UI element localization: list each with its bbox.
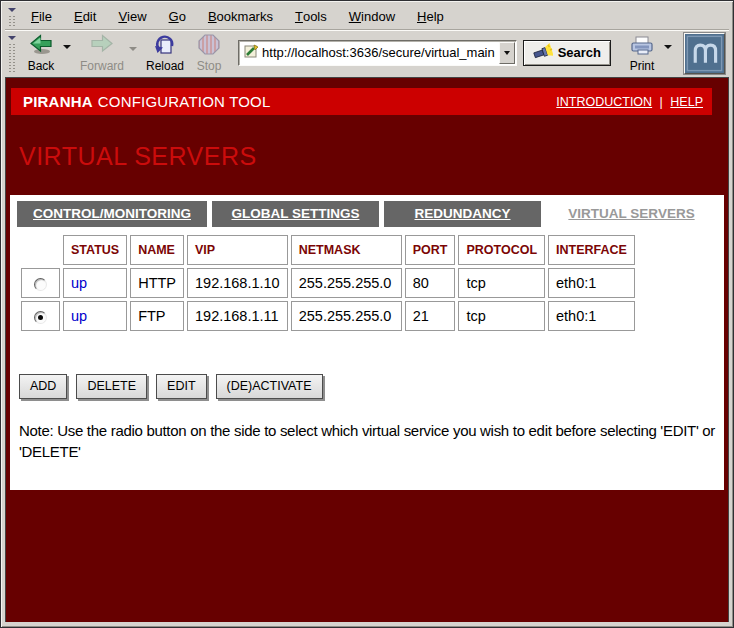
reload-button[interactable]: Reload — [142, 32, 188, 76]
search-flashlight-icon — [533, 43, 553, 62]
back-dropdown-icon[interactable] — [63, 45, 71, 49]
navigation-toolbar: Back Forward Reload — [5, 30, 729, 77]
deactivate-button[interactable]: (DE)ACTIVATE — [216, 374, 323, 399]
url-history-dropdown[interactable] — [499, 42, 515, 64]
cell-port: 21 — [405, 301, 456, 331]
menu-help[interactable]: Help — [406, 4, 455, 29]
forward-button[interactable]: Forward — [76, 32, 128, 76]
tab-control-monitoring[interactable]: CONTROL/MONITORING — [17, 201, 207, 227]
back-label: Back — [28, 59, 55, 73]
col-interface: INTERFACE — [548, 235, 635, 265]
nav-separator: | — [660, 95, 663, 109]
menu-bookmarks[interactable]: Bookmarks — [197, 4, 284, 29]
stop-label: Stop — [197, 59, 222, 73]
url-input[interactable] — [260, 45, 499, 60]
tab-global-settings[interactable]: GLOBAL SETTINGS — [212, 201, 379, 227]
col-protocol: PROTOCOL — [458, 235, 545, 265]
tab-bar: CONTROL/MONITORING GLOBAL SETTINGS REDUN… — [17, 201, 717, 227]
status-link[interactable]: up — [63, 268, 127, 298]
menu-window[interactable]: Window — [338, 4, 406, 29]
search-label: Search — [558, 45, 601, 60]
cell-protocol: tcp — [458, 301, 545, 331]
masthead-nav: INTRODUCTION | HELP — [556, 95, 703, 109]
introduction-link[interactable]: INTRODUCTION — [556, 95, 652, 109]
col-netmask: NETMASK — [291, 235, 402, 265]
toolbar-grippy[interactable] — [7, 33, 17, 74]
print-dropdown-icon[interactable] — [664, 45, 672, 49]
forward-dropdown-icon[interactable] — [129, 47, 137, 51]
table-row: up HTTP 192.168.1.10 255.255.255.0 80 tc… — [21, 268, 635, 298]
menu-bar: File Edit View Go Bookmarks Tools Window… — [5, 4, 729, 30]
print-label: Print — [630, 59, 655, 73]
cell-netmask: 255.255.255.0 — [291, 301, 402, 331]
edit-button[interactable]: EDIT — [156, 374, 206, 399]
location-icon — [243, 43, 260, 63]
table-corner-cell — [21, 235, 60, 265]
status-link[interactable]: up — [63, 301, 127, 331]
chevron-down-icon — [504, 51, 510, 55]
menu-edit[interactable]: Edit — [63, 4, 107, 29]
search-button[interactable]: Search — [523, 40, 611, 66]
cell-name: HTTP — [130, 268, 184, 298]
tab-redundancy[interactable]: REDUNDANCY — [384, 201, 541, 227]
menu-view[interactable]: View — [107, 4, 157, 29]
col-port: PORT — [405, 235, 456, 265]
cell-port: 80 — [405, 268, 456, 298]
col-status: STATUS — [63, 235, 127, 265]
cell-interface: eth0:1 — [548, 268, 635, 298]
browser-window: File Edit View Go Bookmarks Tools Window… — [0, 0, 734, 628]
app-title: PIRANHACONFIGURATION TOOL — [23, 93, 271, 110]
stop-icon — [198, 34, 220, 58]
help-link[interactable]: HELP — [670, 95, 703, 109]
menu-tools[interactable]: Tools — [284, 4, 338, 29]
table-header-row: STATUS NAME VIP NETMASK PORT PROTOCOL IN… — [21, 235, 635, 265]
cell-vip: 192.168.1.11 — [187, 301, 288, 331]
virtual-servers-table: STATUS NAME VIP NETMASK PORT PROTOCOL IN… — [18, 232, 638, 334]
back-button[interactable]: Back — [20, 32, 62, 76]
page-viewport: PIRANHACONFIGURATION TOOL INTRODUCTION |… — [5, 77, 729, 622]
row-radio[interactable] — [34, 278, 47, 291]
delete-button[interactable]: DELETE — [76, 374, 147, 399]
page-title: VIRTUAL SERVERS — [19, 142, 724, 171]
reload-icon — [153, 34, 177, 58]
tab-virtual-servers[interactable]: VIRTUAL SERVERS — [546, 201, 717, 227]
print-button[interactable]: Print — [621, 32, 663, 76]
content-panel: CONTROL/MONITORING GLOBAL SETTINGS REDUN… — [10, 195, 724, 490]
table-row: up FTP 192.168.1.11 255.255.255.0 21 tcp… — [21, 301, 635, 331]
reload-label: Reload — [146, 59, 184, 73]
cell-netmask: 255.255.255.0 — [291, 268, 402, 298]
row-radio[interactable] — [34, 311, 47, 324]
back-icon — [29, 34, 53, 58]
menubar-grippy[interactable] — [7, 5, 17, 28]
menu-file[interactable]: File — [20, 4, 63, 29]
print-icon — [629, 35, 655, 58]
piranha-masthead: PIRANHACONFIGURATION TOOL INTRODUCTION |… — [11, 88, 712, 115]
menu-go[interactable]: Go — [158, 4, 197, 29]
note-text: Note: Use the radio button on the side t… — [19, 421, 717, 462]
cell-name: FTP — [130, 301, 184, 331]
forward-icon — [90, 34, 114, 58]
add-button[interactable]: ADD — [19, 374, 67, 399]
forward-label: Forward — [80, 59, 124, 73]
action-button-row: ADD DELETE EDIT (DE)ACTIVATE — [19, 374, 717, 399]
mozilla-throbber-logo[interactable] — [684, 33, 725, 74]
cell-interface: eth0:1 — [548, 301, 635, 331]
url-bar — [238, 40, 517, 66]
col-name: NAME — [130, 235, 184, 265]
col-vip: VIP — [187, 235, 288, 265]
stop-button[interactable]: Stop — [188, 32, 230, 76]
cell-protocol: tcp — [458, 268, 545, 298]
cell-vip: 192.168.1.10 — [187, 268, 288, 298]
